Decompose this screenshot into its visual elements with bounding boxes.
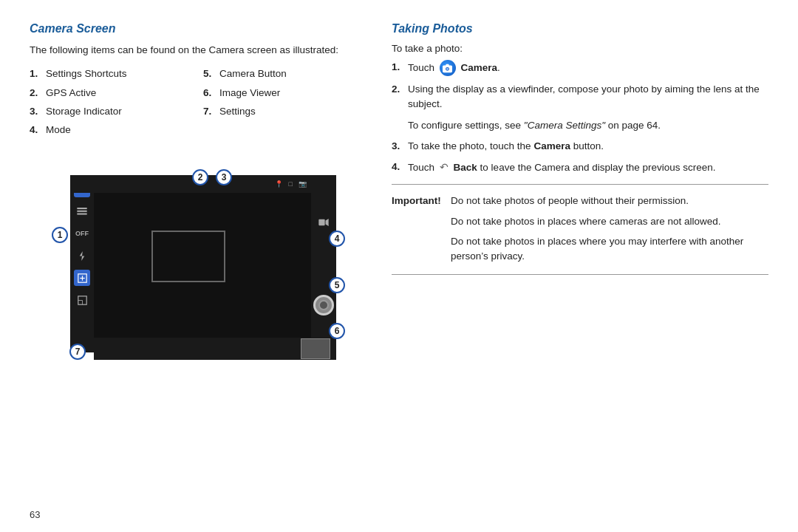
list-item-3: 3. Storage Indicator	[30, 104, 188, 119]
menu-icon	[74, 203, 90, 219]
svg-marker-5	[80, 251, 85, 261]
shutter-button[interactable]	[313, 295, 334, 316]
flash-icon	[74, 248, 90, 264]
step-4-content: Touch ↶ Back to leave the Camera and dis…	[408, 160, 768, 175]
back-arrow-icon: ↶	[440, 160, 449, 175]
taking-photos-intro: To take a photo:	[392, 43, 768, 54]
image-viewer-thumbnail	[301, 338, 330, 359]
mode-icon	[74, 292, 90, 308]
callout-5: 5	[329, 277, 345, 293]
feature-list: 1. Settings Shortcuts 2. GPS Active 3. S…	[30, 66, 362, 141]
divider-top	[392, 184, 768, 185]
page-number: 63	[30, 509, 40, 520]
step-3-content: To take the photo, touch the Camera butt…	[408, 139, 768, 154]
taking-photos-section: Taking Photos To take a photo: 1. Touch …	[384, 22, 768, 517]
callout-4: 4	[329, 231, 345, 247]
feature-list-col1: 1. Settings Shortcuts 2. GPS Active 3. S…	[30, 66, 188, 141]
taking-photos-title: Taking Photos	[392, 22, 768, 35]
list-item-6: 6. Image Viewer	[203, 86, 362, 100]
svg-point-15	[446, 67, 449, 69]
step-1: 1. Touch Camera.	[392, 60, 768, 76]
camera-top-icons: 📍 □ 📷	[275, 180, 307, 188]
list-item-2: 2. GPS Active	[30, 86, 188, 100]
callout-7: 7	[69, 344, 86, 360]
list-item-1: 1. Settings Shortcuts	[30, 66, 188, 81]
camera-icon-inline	[440, 60, 456, 76]
shutter-inner	[318, 300, 329, 310]
camera-diagram: 📍 □ 📷	[30, 153, 347, 360]
camera-screen-title: Camera Screen	[30, 22, 362, 35]
callout-6: 6	[329, 323, 345, 339]
intro-text: The following items can be found on the …	[30, 43, 362, 58]
step-2-content: Using the display as a viewfinder, compo…	[408, 82, 768, 112]
camera-small-icon: 📷	[299, 180, 307, 188]
svg-rect-12	[318, 219, 324, 225]
important-note-3: Do not take photos in places where you m…	[392, 234, 768, 265]
svg-rect-2	[77, 208, 86, 209]
callout-1: 1	[52, 227, 68, 243]
svg-rect-4	[77, 214, 86, 215]
gps-active-icon: OFF	[74, 225, 90, 242]
feature-list-col2: 5. Camera Button 6. Image Viewer 7. Sett…	[203, 66, 362, 141]
viewfinder-frame	[151, 231, 225, 282]
divider-bottom	[392, 274, 768, 275]
gps-icon: 📍	[275, 180, 283, 188]
step-3: 3. To take the photo, touch the Camera b…	[392, 139, 768, 154]
camera-left-sidebar: OFF	[70, 175, 94, 352]
step-4: 4. Touch ↶ Back to leave the Camera and …	[392, 160, 768, 175]
exposure-icon	[74, 270, 90, 286]
camera-screen-section: Camera Screen The following items can be…	[30, 22, 384, 517]
video-icon	[314, 213, 333, 232]
svg-rect-3	[77, 211, 86, 212]
camera-bottom-bar	[94, 338, 336, 360]
svg-marker-13	[326, 219, 329, 226]
important-block: Important! Do not take photos of people …	[392, 194, 768, 264]
config-note: To configure settings, see "Camera Setti…	[392, 118, 768, 133]
important-note-2: Do not take photos in places where camer…	[392, 214, 768, 229]
storage-icon: □	[289, 180, 293, 188]
step-2: 2. Using the display as a viewfinder, co…	[392, 82, 768, 112]
list-item-7: 7. Settings	[203, 104, 362, 119]
step-1-content: Touch Camera.	[408, 60, 768, 76]
important-row-1: Important! Do not take photos of people …	[392, 194, 768, 208]
list-item-5: 5. Camera Button	[203, 66, 362, 81]
list-item-4: 4. Mode	[30, 123, 188, 137]
